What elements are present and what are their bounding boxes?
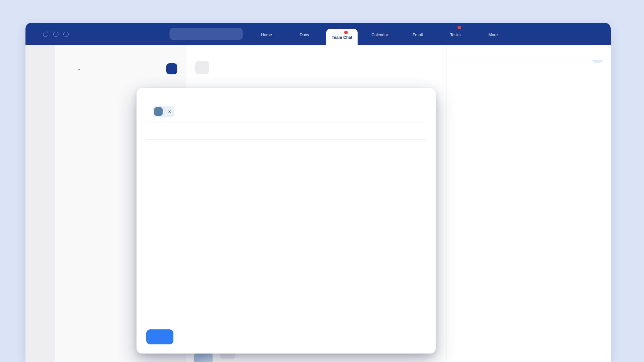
remove-recipient-button[interactable]: ✕	[168, 109, 171, 114]
send-options-button[interactable]	[161, 329, 173, 344]
notification-badge	[458, 26, 461, 29]
nav-home[interactable]: Home	[251, 23, 282, 45]
window-minimize-button[interactable]	[53, 32, 58, 37]
ai-companion-panel	[446, 45, 611, 362]
chat-list	[55, 76, 186, 80]
titlebar: HomeDocsTeam ChatCalendarEmailTasksMore	[25, 23, 611, 45]
new-chat-button[interactable]	[166, 63, 177, 74]
window-close-button[interactable]	[43, 32, 48, 37]
ai-panel-header	[446, 45, 611, 60]
send-button[interactable]	[146, 329, 161, 344]
chat-list-header: ⌄	[55, 45, 186, 76]
user-prompt-bubble	[592, 60, 604, 63]
window-zoom-button[interactable]	[63, 32, 69, 37]
new-email-modal: ✕	[137, 88, 436, 354]
recipient-avatar	[154, 107, 163, 116]
notification-badge	[344, 31, 348, 34]
chat-list-title-dropdown[interactable]: ⌄	[74, 67, 81, 71]
nav-team-chat[interactable]: Team Chat	[326, 29, 358, 45]
channel-header	[186, 45, 446, 75]
nav-email[interactable]: Email	[402, 23, 433, 45]
main-nav: HomeDocsTeam ChatCalendarEmailTasksMore	[251, 23, 509, 45]
nav-more[interactable]: More	[477, 23, 509, 45]
nav-calendar[interactable]: Calendar	[364, 23, 395, 45]
nav-tasks[interactable]: Tasks	[440, 23, 471, 45]
email-body[interactable]	[137, 140, 381, 329]
chevron-down-icon: ⌄	[77, 67, 81, 71]
channel-tabs	[186, 75, 446, 82]
app-window: HomeDocsTeam ChatCalendarEmailTasksMore …	[25, 23, 611, 362]
recipient-chip[interactable]: ✕	[153, 106, 174, 117]
ai-response	[453, 67, 604, 75]
to-field[interactable]: ✕	[146, 105, 426, 118]
channel-icon	[195, 61, 209, 74]
composer-toolbar	[137, 329, 436, 354]
nav-docs[interactable]: Docs	[289, 23, 320, 45]
discard-button[interactable]	[413, 331, 426, 343]
divider	[419, 64, 419, 71]
left-rail	[25, 45, 55, 362]
subject-field[interactable]	[137, 121, 436, 137]
window-controls[interactable]	[43, 32, 69, 37]
search-input[interactable]	[169, 28, 243, 40]
send-split-button	[146, 329, 173, 344]
ai-conversation	[446, 60, 611, 362]
